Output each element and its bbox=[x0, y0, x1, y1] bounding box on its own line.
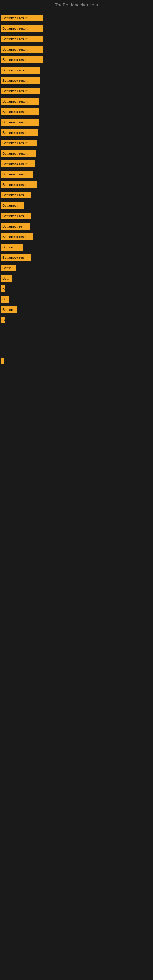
bar-extension bbox=[37, 119, 39, 126]
bar-label: Bottleneck bbox=[1, 202, 24, 209]
bar-row: B bbox=[0, 315, 153, 325]
bar-extension bbox=[36, 140, 37, 146]
bar-row: Bottleneck result bbox=[0, 148, 153, 159]
bar-label: B bbox=[1, 285, 5, 292]
bar-row: Bottleneck result bbox=[0, 107, 153, 117]
bar-label: Bottleneck result bbox=[1, 77, 37, 84]
bar-row: Bot bbox=[0, 294, 153, 304]
bar-label: Bot bbox=[1, 296, 9, 302]
bar-label: B bbox=[1, 317, 5, 323]
bar-row: Bottleneck result bbox=[0, 96, 153, 107]
bar-label: Bottleneck re bbox=[1, 223, 30, 230]
bar-extension bbox=[37, 35, 43, 42]
bar-label: Bottlen bbox=[1, 306, 17, 313]
bar-extension bbox=[37, 67, 40, 73]
spacer-row bbox=[0, 431, 153, 447]
bar-row: Bottleneck re bbox=[0, 221, 153, 232]
bar-row: Bottleneck result bbox=[0, 117, 153, 127]
bars-container: Bottleneck resultBottleneck resultBottle… bbox=[0, 10, 153, 450]
bar-label: Bottleneck result bbox=[1, 181, 37, 188]
bar-extension bbox=[37, 77, 40, 84]
bar-label: Bottleneck result bbox=[1, 15, 37, 21]
bar-row: Bottleneck result bbox=[0, 34, 153, 44]
bar-label: Bottleneck result bbox=[1, 88, 37, 94]
bar-label: Bottleneck result bbox=[1, 46, 37, 52]
bar-label: Bottleneck result bbox=[1, 140, 36, 146]
bar-label: Bottleneck result bbox=[1, 161, 35, 167]
bar-row: Bottleneck bbox=[0, 200, 153, 211]
bar-label: Bottleneck result bbox=[1, 67, 37, 73]
bar-row: Bottleneck result bbox=[0, 13, 153, 23]
bar-label: Bottle bbox=[1, 265, 16, 271]
spacer-row bbox=[0, 382, 153, 397]
bar-row: B bbox=[0, 283, 153, 294]
bar-label: Bottleneck result bbox=[1, 108, 37, 115]
bar-row: Bottleneck result bbox=[0, 127, 153, 138]
bar-row: Bott bbox=[0, 273, 153, 283]
bar-row: Bottleneck result bbox=[0, 138, 153, 148]
bar-label: Bottleneck resu bbox=[1, 171, 33, 178]
bar-label: Bott bbox=[1, 275, 12, 282]
bar-row bbox=[0, 428, 153, 431]
bar-label: Bottleneck result bbox=[1, 150, 35, 157]
bar-row: | bbox=[0, 356, 153, 366]
bar-extension bbox=[37, 88, 40, 94]
bar-row: Bottleneck result bbox=[0, 65, 153, 75]
bar-label: Bottleneck result bbox=[1, 119, 37, 126]
bar-row: Bottlenec bbox=[0, 242, 153, 252]
bar-row: Bottleneck res bbox=[0, 190, 153, 200]
bar-label: Bottleneck result bbox=[1, 56, 37, 63]
bar-row: Bottleneck res bbox=[0, 211, 153, 221]
bar-label: Bottleneck result bbox=[1, 35, 37, 42]
bar-extension bbox=[37, 98, 39, 105]
bar-row: Bottlen bbox=[0, 304, 153, 315]
bar-label: Bottleneck res bbox=[1, 254, 31, 261]
bar-extension bbox=[37, 25, 43, 32]
bar-row: Bottleneck resu bbox=[0, 232, 153, 242]
spacer-row bbox=[0, 340, 153, 356]
spacer-row bbox=[0, 366, 153, 382]
bar-label: Bottleneck res bbox=[1, 213, 31, 219]
bar-label: Bottleneck result bbox=[1, 98, 37, 105]
bar-row: Bottleneck result bbox=[0, 23, 153, 34]
spacer-row bbox=[0, 325, 153, 340]
bar-row: Bottleneck result bbox=[0, 54, 153, 65]
bar-extension bbox=[35, 150, 36, 157]
bar-row: Bottle bbox=[0, 263, 153, 273]
bar-row: Bottleneck result bbox=[0, 44, 153, 54]
bar-row: Bottleneck result bbox=[0, 159, 153, 169]
bar-label: Bottlenec bbox=[1, 244, 22, 250]
bar-label: | bbox=[1, 358, 4, 364]
bar-row: Bottleneck result bbox=[0, 180, 153, 190]
bar-label: Bottleneck res bbox=[1, 192, 31, 199]
spacer-row bbox=[0, 412, 153, 428]
bar-label: Bottleneck result bbox=[1, 129, 37, 136]
bar-extension bbox=[37, 46, 43, 52]
bar-row: Bottleneck result bbox=[0, 75, 153, 86]
bar-row: Bottleneck result bbox=[0, 86, 153, 96]
bar-label: Bottleneck result bbox=[1, 25, 37, 32]
spacer-row bbox=[0, 397, 153, 412]
bar-extension bbox=[37, 15, 43, 21]
site-title: TheBottlenecker.com bbox=[0, 0, 153, 10]
bar-row: Bottleneck resu bbox=[0, 169, 153, 180]
bar-row: Bottleneck res bbox=[0, 252, 153, 263]
bar-label: Bottleneck resu bbox=[1, 233, 33, 240]
bar-extension bbox=[37, 108, 39, 115]
bar-extension bbox=[37, 56, 43, 63]
bar-extension bbox=[37, 129, 38, 136]
